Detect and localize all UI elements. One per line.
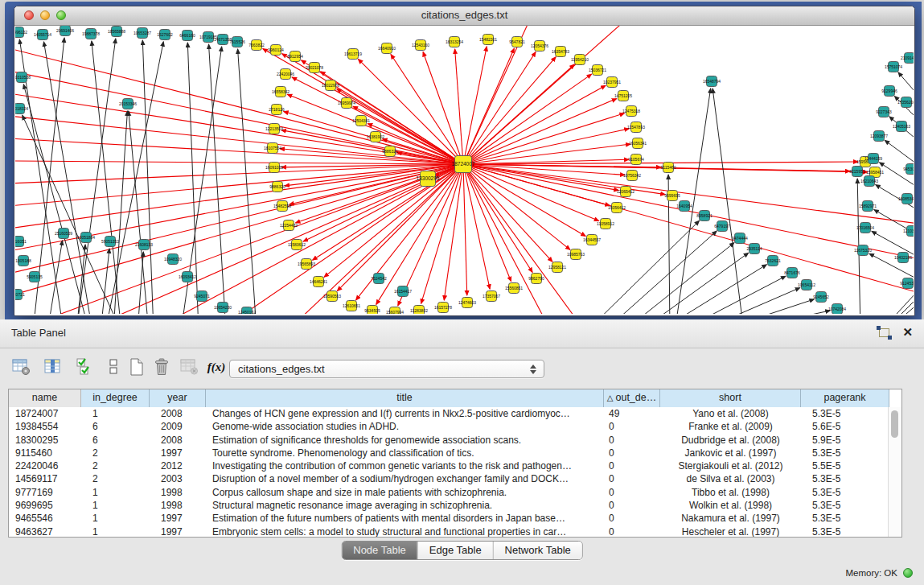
graph-edge-red[interactable]	[455, 49, 463, 164]
cell-outde[interactable]: 0	[604, 512, 660, 525]
cell-outde[interactable]: 0	[604, 459, 660, 472]
graph-edge-red[interactable]	[463, 164, 552, 262]
cell-short[interactable]: Wolkin et al. (1998)	[660, 499, 801, 512]
create-column-icon[interactable]	[126, 356, 147, 377]
vertical-scrollbar[interactable]	[888, 407, 901, 537]
graph-edge-red[interactable]	[463, 57, 556, 164]
cell-name[interactable]: 9463627	[9, 525, 81, 538]
cell-outde[interactable]: 0	[604, 434, 660, 447]
close-panel-icon[interactable]: ✕	[902, 327, 913, 338]
column-header-pagerank[interactable]: pagerank	[801, 389, 889, 407]
table-options-icon[interactable]	[11, 356, 32, 377]
cell-title[interactable]: Structural magnetic resonance image aver…	[206, 499, 604, 512]
graph-edge-red[interactable]	[463, 164, 467, 295]
table-row[interactable]: 946554611997Estimation of the future num…	[9, 512, 901, 525]
network-window-titlebar[interactable]: citations_edges.txt	[14, 6, 914, 26]
graph-edge-red[interactable]	[463, 164, 585, 236]
cell-short[interactable]: Yano et al. (2008)	[660, 407, 801, 420]
graph-edge-black[interactable]	[699, 288, 800, 314]
float-panel-icon[interactable]	[879, 328, 889, 337]
cell-name[interactable]: 9465546	[9, 512, 81, 525]
graph-edge-black[interactable]	[898, 72, 914, 97]
delete-columns-icon[interactable]	[152, 356, 173, 377]
cell-title[interactable]: Corpus callosum shape and size in male p…	[206, 486, 604, 499]
table-selector-dropdown[interactable]: citations_edges.txt	[229, 360, 544, 378]
cell-year[interactable]: 2009	[150, 420, 206, 433]
cell-pagerank[interactable]: 5.5E-5	[801, 459, 889, 472]
cell-indegree[interactable]: 1	[81, 512, 150, 525]
cell-indegree[interactable]: 1	[81, 499, 150, 512]
column-header-short[interactable]: short	[660, 389, 801, 407]
cell-pagerank[interactable]: 5.3E-5	[801, 472, 889, 485]
cell-indegree[interactable]: 1	[81, 486, 150, 499]
cell-year[interactable]: 2012	[150, 459, 206, 472]
graph-edge-red[interactable]	[15, 161, 463, 164]
minimize-traffic-light-icon[interactable]	[40, 10, 50, 20]
cell-year[interactable]: 2008	[150, 434, 206, 447]
table-row[interactable]: 1938455462009Genome-wide association stu…	[9, 420, 901, 433]
cell-outde[interactable]: 0	[604, 486, 660, 499]
graph-edge-black[interactable]	[47, 241, 63, 314]
cell-name[interactable]: 18724007	[9, 407, 81, 420]
cell-title[interactable]: Investigating the contribution of common…	[206, 459, 604, 472]
scrollbar-thumb[interactable]	[891, 410, 898, 438]
cell-pagerank[interactable]: 5.3E-5	[801, 512, 889, 525]
cell-title[interactable]: Estimation of the future numbers of pati…	[206, 512, 604, 525]
table-row[interactable]: 977716911998Corpus callosum shape and si…	[9, 486, 901, 499]
cell-title[interactable]: Tourette syndrome. Phenomenology and cla…	[206, 447, 604, 459]
cell-year[interactable]: 1997	[150, 447, 206, 459]
graph-edge-red[interactable]	[463, 113, 624, 164]
graph-edge-black[interactable]	[885, 140, 914, 166]
cell-outde[interactable]: 49	[604, 407, 660, 420]
selection-mode-icon[interactable]	[75, 356, 96, 377]
graph-edge-red[interactable]	[15, 164, 463, 296]
tab-edge-table[interactable]: Edge Table	[417, 542, 493, 559]
graph-edge-black[interactable]	[238, 49, 257, 314]
memory-status-indicator[interactable]	[903, 568, 913, 578]
graph-edge-black[interactable]	[734, 311, 830, 314]
cell-pagerank[interactable]: 5.3E-5	[801, 486, 889, 499]
cell-short[interactable]: Hescheler et al. (1997)	[660, 525, 801, 538]
memory-status-label[interactable]: Memory: OK	[845, 568, 897, 578]
cell-year[interactable]: 2008	[150, 407, 206, 420]
close-traffic-light-icon[interactable]	[24, 10, 34, 20]
cell-name[interactable]: 9777169	[9, 486, 81, 499]
cell-indegree[interactable]: 1	[81, 525, 150, 538]
function-builder-icon[interactable]: f(x)	[206, 356, 227, 377]
cell-title[interactable]: Disruption of a novel member of a sodium…	[206, 472, 604, 485]
cell-short[interactable]: Stergiakouli et al. (2012)	[660, 459, 801, 472]
graph-edge-black[interactable]	[209, 44, 226, 314]
table-row[interactable]: 1830029562008Estimation of significance …	[9, 434, 901, 447]
cell-outde[interactable]: 0	[604, 420, 660, 433]
cell-indegree[interactable]: 1	[81, 407, 150, 420]
graph-edge-red[interactable]	[295, 164, 463, 223]
column-header-year[interactable]: year	[150, 389, 206, 407]
graph-edge-black[interactable]	[680, 276, 786, 314]
cell-name[interactable]: 19384554	[9, 420, 81, 433]
cell-name[interactable]: 9699695	[9, 499, 81, 512]
cell-outde[interactable]: 0	[604, 447, 660, 459]
row-height-icon[interactable]	[103, 356, 124, 377]
cell-indegree[interactable]: 2	[81, 472, 150, 485]
graph-edge-red[interactable]	[463, 164, 546, 314]
show-columns-icon[interactable]	[43, 356, 64, 377]
cell-short[interactable]: Jankovic et al. (1997)	[660, 447, 801, 459]
cell-title[interactable]: Estimation of significance thresholds fo…	[206, 434, 604, 447]
cell-title[interactable]: Genome-wide association studies in ADHD.	[206, 420, 604, 433]
cell-short[interactable]: Nakamura et al. (1997)	[660, 512, 801, 525]
graph-edge-black[interactable]	[639, 253, 749, 314]
cell-short[interactable]: de Silva et al. (2003)	[660, 472, 801, 485]
graph-edge-red[interactable]	[263, 48, 463, 164]
cell-year[interactable]: 1997	[150, 512, 206, 525]
tab-node-table[interactable]: Node Table	[342, 542, 417, 559]
graph-edge-black[interactable]	[101, 249, 109, 314]
cell-name[interactable]: 22420046	[9, 459, 81, 472]
graph-edge-red[interactable]	[463, 164, 914, 259]
cell-short[interactable]: Dudbridge et al. (2008)	[660, 434, 801, 447]
delete-table-icon[interactable]	[179, 356, 200, 377]
network-canvas[interactable]: 1872400718300295204961321405571420691406…	[15, 26, 914, 314]
column-header-title[interactable]: title	[206, 389, 604, 407]
graph-edge-red[interactable]	[287, 94, 463, 164]
graph-edge-red[interactable]	[168, 164, 463, 314]
cell-year[interactable]: 1998	[150, 499, 206, 512]
